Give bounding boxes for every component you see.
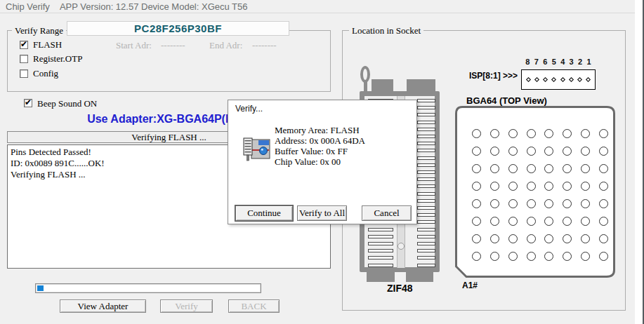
bga-ball xyxy=(581,217,590,226)
dlg-line: Memory Area: FLASH xyxy=(275,125,365,135)
bga-ball xyxy=(544,217,553,226)
bga-ball xyxy=(544,129,553,138)
bga-ball xyxy=(508,147,518,156)
zif-slot xyxy=(417,170,435,174)
chip-verify-window: { "titlebar": { "app_name": "Chip Verify… xyxy=(0,0,644,324)
flash-checkbox-label: FLASH xyxy=(33,39,62,50)
isp-pin xyxy=(551,77,556,82)
zif-slot xyxy=(368,264,393,267)
zif-slot xyxy=(417,149,435,152)
register-otp-checkbox[interactable] xyxy=(20,55,28,63)
isp-num: 6 xyxy=(543,58,547,66)
bga-ball xyxy=(508,199,518,208)
isp-num: 2 xyxy=(578,58,582,66)
bga-ball xyxy=(508,252,518,261)
bga-ball xyxy=(508,129,518,138)
bga-ball xyxy=(599,217,608,226)
zif-slot xyxy=(417,192,435,196)
bga64-title: BGA64 (TOP View) xyxy=(466,95,547,106)
zif-slot xyxy=(417,184,435,188)
bga-ball xyxy=(508,217,518,226)
zif-slot xyxy=(368,249,393,252)
dlg-line: Buffer Value: 0x FF xyxy=(275,146,365,156)
bga-ball xyxy=(527,199,536,208)
log-header-text: Verifying FLASH ... xyxy=(131,132,206,143)
bga-ball xyxy=(544,234,553,243)
bga-ball xyxy=(508,182,518,191)
bga-ball xyxy=(490,182,499,191)
dlg-line: Address: 0x 000A 64DA xyxy=(275,135,365,146)
verify-range-label: Verify Range xyxy=(12,25,66,36)
zif-pivot-screw xyxy=(397,243,405,250)
dlg-line: Chip Value: 0x 00 xyxy=(275,156,365,167)
zif-slot xyxy=(368,242,393,245)
verify-compare-icon xyxy=(242,137,272,163)
continue-button[interactable]: Continue xyxy=(235,205,293,221)
zif-lever-icon xyxy=(360,66,370,83)
bga-ball xyxy=(581,129,590,138)
app-version-info: APP Version: 12.57 Device Model: XGecu T… xyxy=(60,1,248,12)
verify-to-all-button[interactable]: Verify to All xyxy=(297,205,347,221)
zif-slot xyxy=(417,99,435,102)
start-adr-value: -------- xyxy=(161,40,185,51)
bga-ball xyxy=(472,164,481,173)
isp-pin xyxy=(577,77,582,82)
isp-num: 3 xyxy=(570,58,574,66)
bga-ball xyxy=(599,164,608,173)
zif-slot xyxy=(417,242,435,245)
verify-button[interactable]: Verify xyxy=(160,299,213,313)
zif-slot xyxy=(417,113,435,116)
isp-pin-numbers: 87654321 xyxy=(521,58,596,66)
chip-name-banner: PC28F256P30BF xyxy=(67,21,289,36)
zif-slot xyxy=(417,106,435,109)
bga-ball xyxy=(490,129,499,138)
bga-ball xyxy=(563,234,572,243)
bga-ball xyxy=(581,147,590,156)
bga-ball xyxy=(527,147,536,156)
zif-slot xyxy=(417,220,435,224)
isp-pin xyxy=(560,77,565,82)
zif-slot xyxy=(417,135,435,138)
zif48-label: ZIF48 xyxy=(387,283,413,294)
register-otp-checkbox-label: Register.OTP xyxy=(33,53,82,65)
zif-slot xyxy=(417,121,435,124)
bga-ball xyxy=(599,234,608,243)
isp-pin xyxy=(569,77,574,82)
bga-ball xyxy=(490,164,499,173)
verify-dialog: Verify... Memory Area: FLASHAddress: 0x … xyxy=(228,100,417,224)
back-button[interactable]: BACK xyxy=(228,299,280,313)
bga-ball xyxy=(581,234,590,243)
beep-sound-checkbox[interactable] xyxy=(24,99,32,107)
isp-num: 7 xyxy=(534,58,539,66)
isp-header-connector xyxy=(521,69,596,90)
zif-slot xyxy=(417,249,435,252)
zif-slot xyxy=(417,264,435,267)
zif-slot xyxy=(417,213,435,217)
bga-ball xyxy=(563,164,572,173)
zif-slot xyxy=(417,163,435,167)
isp-header-label: ISP[8:1] >>> xyxy=(469,71,518,81)
config-checkbox[interactable] xyxy=(20,69,28,78)
bga-ball xyxy=(508,234,518,243)
isp-num: 1 xyxy=(587,58,591,66)
bga-ball xyxy=(544,164,553,173)
bga-ball xyxy=(581,164,590,173)
title-divider xyxy=(0,13,636,13)
flash-checkbox[interactable] xyxy=(20,41,28,49)
bga-ball xyxy=(563,252,572,261)
verify-dialog-title: Verify... xyxy=(235,104,263,114)
isp-pin xyxy=(586,77,591,82)
zif-slot xyxy=(417,235,435,238)
progress-bar xyxy=(35,283,261,293)
window-titlebar: Chip Verify APP Version: 12.57 Device Mo… xyxy=(6,1,248,12)
zif-slot xyxy=(417,156,435,160)
bga-ball xyxy=(527,217,536,226)
cancel-button[interactable]: Cancel xyxy=(362,205,412,221)
bga-ball xyxy=(490,147,499,156)
bga-ball xyxy=(599,199,608,208)
isp-pin xyxy=(543,77,548,82)
verify-dialog-info: Memory Area: FLASHAddress: 0x 000A 64DAB… xyxy=(275,125,365,167)
config-checkbox-label: Config xyxy=(33,68,58,79)
view-adapter-button[interactable]: View Adapter xyxy=(60,299,146,313)
a1-pin-label: A1# xyxy=(462,281,478,290)
